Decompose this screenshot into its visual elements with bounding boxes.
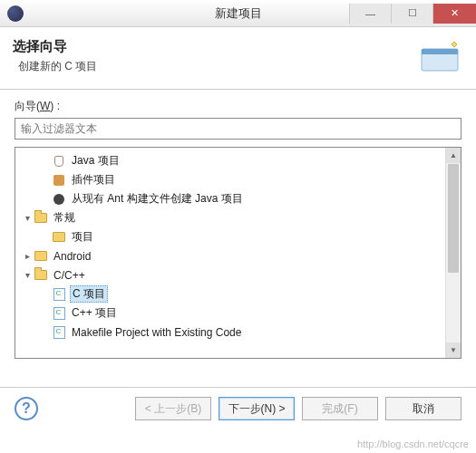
tree-item-label: C++ 项目: [70, 305, 119, 321]
tree-item-label: 项目: [70, 229, 95, 245]
tree-item-label: Makefile Project with Existing Code: [70, 326, 243, 339]
next-button[interactable]: 下一步(N) >: [219, 397, 295, 420]
tree-item[interactable]: Java 项目: [15, 151, 461, 170]
java-icon: [52, 154, 66, 169]
tree-item-label: C/C++: [52, 269, 87, 282]
svg-rect-1: [422, 49, 458, 54]
expand-icon[interactable]: ▸: [21, 251, 34, 261]
title-bar: 新建项目 — ☐ ✕: [0, 0, 476, 27]
folder-open-icon: [34, 211, 48, 226]
minimize-button[interactable]: —: [349, 4, 391, 24]
vertical-scrollbar[interactable]: ▲ ▼: [445, 148, 461, 358]
collapse-icon[interactable]: ▾: [21, 270, 34, 280]
wizard-banner-icon: [420, 38, 463, 74]
tree-item-label: C 项目: [70, 285, 108, 303]
dialog-content: 向导(W) : Java 项目插件项目从现有 Ant 构建文件创建 Java 项…: [0, 90, 476, 364]
folder-open-icon: [34, 268, 48, 283]
help-button[interactable]: ?: [15, 397, 38, 420]
scroll-down-button[interactable]: ▼: [446, 342, 461, 358]
header-subtitle: 创建新的 C 项目: [18, 59, 463, 74]
plugin-icon: [52, 173, 66, 188]
wizard-filter-label: 向导(W) :: [15, 99, 461, 114]
tree-item[interactable]: C++ 项目: [15, 304, 461, 323]
eclipse-icon: [7, 5, 24, 22]
tree-item[interactable]: ▸Android: [15, 246, 461, 265]
tree-item-label: 常规: [52, 210, 77, 226]
ant-icon: [52, 192, 66, 207]
c-file-icon: [52, 287, 66, 302]
c-file-icon: [52, 306, 66, 321]
close-button[interactable]: ✕: [432, 4, 476, 24]
tree-item[interactable]: Makefile Project with Existing Code: [15, 323, 461, 342]
tree-item-label: Java 项目: [70, 153, 121, 169]
scroll-up-button[interactable]: ▲: [446, 148, 461, 163]
tree-item[interactable]: C 项目: [15, 284, 461, 304]
back-button[interactable]: < 上一步(B): [135, 397, 211, 420]
window-controls: — ☐ ✕: [349, 4, 476, 24]
tree-item-label: 插件项目: [70, 172, 117, 188]
dialog-header: 选择向导 创建新的 C 项目: [0, 27, 476, 90]
tree-item-label: 从现有 Ant 构建文件创建 Java 项目: [70, 191, 245, 207]
collapse-icon[interactable]: ▾: [21, 213, 34, 223]
folder-icon: [34, 249, 48, 264]
folder-icon: [52, 230, 66, 245]
c-file-icon: [52, 325, 66, 340]
cancel-button[interactable]: 取消: [385, 397, 461, 420]
tree-item[interactable]: 项目: [15, 227, 461, 246]
watermark-text: http://blog.csdn.net/cqcre: [357, 439, 469, 449]
scroll-thumb[interactable]: [448, 164, 459, 273]
tree-item[interactable]: 插件项目: [15, 170, 461, 189]
tree-item[interactable]: ▾常规: [15, 208, 461, 227]
header-title: 选择向导: [13, 38, 463, 55]
dialog-footer: ? < 上一步(B) 下一步(N) > 完成(F) 取消: [0, 387, 476, 429]
tree-item[interactable]: ▾C/C++: [15, 265, 461, 284]
tree-item-label: Android: [52, 250, 92, 263]
finish-button[interactable]: 完成(F): [302, 397, 378, 420]
wizard-filter-input[interactable]: [15, 118, 461, 140]
wizard-tree: Java 项目插件项目从现有 Ant 构建文件创建 Java 项目▾常规项目▸A…: [15, 147, 461, 359]
maximize-button[interactable]: ☐: [391, 4, 432, 24]
tree-item[interactable]: 从现有 Ant 构建文件创建 Java 项目: [15, 189, 461, 208]
